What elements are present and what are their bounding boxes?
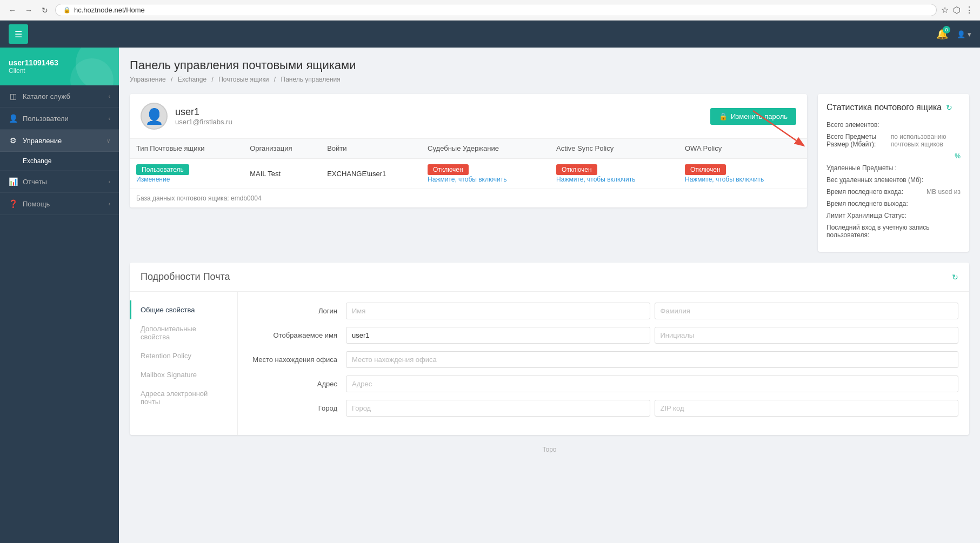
reports-icon: 📊 <box>9 177 17 186</box>
mailbox-table: Тип Почтовые ящики Организация Войти Суд… <box>130 139 807 189</box>
details-nav-retention[interactable]: Retention Policy <box>130 346 237 365</box>
menu-button[interactable]: ⋮ <box>965 5 974 15</box>
sidebar-users-label: Пользователи <box>23 115 69 123</box>
mailbox-table-wrapper: Тип Почтовые ящики Организация Войти Суд… <box>130 139 807 207</box>
cell-owa: Отключен Нажмите, чтобы включить <box>678 158 807 189</box>
change-password-button[interactable]: 🔒 Изменить пароль <box>710 108 796 125</box>
panels-row: 👤 user1 user1@firstlabs.ru 🔒 Изменить па… <box>130 94 969 263</box>
type-badge: Пользователь <box>136 164 189 175</box>
user-details: user1 user1@firstlabs.ru <box>175 106 232 126</box>
sidebar-item-users[interactable]: 👤 Пользователи ‹ <box>0 108 119 130</box>
activesync-enable-link[interactable]: Нажмите, чтобы включить <box>556 176 635 183</box>
cell-org: MAIL Test <box>243 158 321 189</box>
table-row: Пользователь Изменение MAIL Test EXCHANG… <box>130 158 807 189</box>
address-bar[interactable]: 🔒 hc.hoztnode.net/Home <box>55 4 937 16</box>
stats-refresh-icon[interactable]: ↻ <box>946 103 952 112</box>
details-refresh-icon[interactable]: ↻ <box>952 273 958 281</box>
owa-enable-link[interactable]: Нажмите, чтобы включить <box>685 176 764 183</box>
stats-value-5: MB used из <box>926 188 961 196</box>
form-label-login: Логин <box>249 307 346 315</box>
sidebar: user11091463 Client ◫ Каталог служб ‹ 👤 … <box>0 48 119 543</box>
stats-label-2: Всего Предметы Размер (Мбайт): <box>826 133 891 148</box>
breadcrumb-exchange: Exchange <box>178 76 206 83</box>
url-text: hc.hoztnode.net/Home <box>74 6 145 14</box>
input-firstname[interactable] <box>346 303 650 319</box>
input-address[interactable] <box>346 376 958 392</box>
stats-row-percent: % <box>826 152 961 160</box>
details-title: Подробности Почта ↻ <box>130 263 969 292</box>
exchange-sub-label: Exchange <box>23 157 51 165</box>
form-inputs-office <box>346 351 958 368</box>
breadcrumb-panel: Панель управления <box>281 76 341 83</box>
back-button[interactable]: ← <box>6 4 18 16</box>
help-icon: ❓ <box>9 199 17 208</box>
form-inputs-address <box>346 376 958 392</box>
user-card: 👤 user1 user1@firstlabs.ru 🔒 Изменить па… <box>130 94 807 207</box>
litigation-enable-link[interactable]: Нажмите, чтобы включить <box>428 176 506 183</box>
change-link[interactable]: Изменение <box>136 176 170 183</box>
input-lastname[interactable] <box>655 303 959 319</box>
cell-activesync: Отключен Нажмите, чтобы включить <box>550 158 678 189</box>
th-type: Тип Почтовые ящики <box>130 139 243 158</box>
stats-row-4: Вес удаленных элементов (Мб): <box>826 176 961 184</box>
dropdown-arrow-icon: ▾ <box>968 30 971 38</box>
users-icon: 👤 <box>9 114 17 123</box>
user-info-row: 👤 user1 user1@firstlabs.ru 🔒 Изменить па… <box>130 94 807 139</box>
catalog-icon: ◫ <box>9 92 17 100</box>
form-inputs-city <box>346 400 958 417</box>
sidebar-item-manage[interactable]: ⚙ Управление ∨ <box>0 130 119 152</box>
page-title: Панель управления почтовыми ящиками <box>130 58 969 72</box>
form-label-office: Место нахождения офиса <box>249 356 346 364</box>
stats-rows: Всего элементов: Всего Предметы Размер (… <box>826 121 961 239</box>
input-city[interactable] <box>346 400 650 417</box>
input-displayname[interactable] <box>346 327 650 344</box>
stats-title: Статистика почтового ящика ↻ <box>826 103 961 112</box>
sidebar-item-catalog[interactable]: ◫ Каталог служб ‹ <box>0 85 119 108</box>
form-inputs-login <box>346 303 958 319</box>
details-nav-email-addresses[interactable]: Адреса электронной почты <box>130 384 237 411</box>
th-org: Организация <box>243 139 321 158</box>
hamburger-icon: ☰ <box>15 29 22 39</box>
user-info-left: 👤 user1 user1@firstlabs.ru <box>141 103 232 130</box>
form-row-address: Адрес <box>249 376 958 392</box>
sidebar-item-help[interactable]: ❓ Помощь ‹ <box>0 193 119 215</box>
details-sidebar: Общие свойства Дополнительные свойства R… <box>130 292 238 435</box>
main-panel: 👤 user1 user1@firstlabs.ru 🔒 Изменить па… <box>130 94 807 263</box>
forward-button[interactable]: → <box>23 4 35 16</box>
stats-label-1: Всего элементов: <box>826 121 879 129</box>
user-email: user1@firstlabs.ru <box>175 118 232 126</box>
user-menu-button[interactable]: 👤 ▾ <box>957 30 971 38</box>
details-nav-additional[interactable]: Дополнительные свойства <box>130 319 237 346</box>
input-initials[interactable] <box>655 327 959 344</box>
refresh-button[interactable]: ↻ <box>39 4 51 16</box>
manage-icon: ⚙ <box>9 136 17 145</box>
sidebar-item-exchange[interactable]: Exchange <box>0 152 119 171</box>
owa-badge: Отключен <box>685 164 726 175</box>
notifications-button[interactable]: 🔔 0 <box>936 28 948 40</box>
sidebar-catalog-label: Каталог служб <box>23 92 70 100</box>
users-arrow-icon: ‹ <box>109 116 110 122</box>
stats-row-8: Последний вход в учетную запись пользова… <box>826 224 961 239</box>
extension-button[interactable]: ⬡ <box>953 5 961 15</box>
details-nav-signature[interactable]: Mailbox Signature <box>130 365 237 384</box>
th-login: Войти <box>321 139 421 158</box>
sidebar-user-info: user11091463 Client <box>0 48 119 85</box>
form-label-city: Город <box>249 404 346 412</box>
form-label-address: Адрес <box>249 380 346 388</box>
star-button[interactable]: ☆ <box>941 5 949 15</box>
stats-title-text: Статистика почтового ящика <box>826 103 942 112</box>
stats-panel: Статистика почтового ящика ↻ Всего элеме… <box>818 94 969 252</box>
stats-row-5: Время последнего входа: MB used из <box>826 188 961 196</box>
table-header-row: Тип Почтовые ящики Организация Войти Суд… <box>130 139 807 158</box>
sidebar-item-reports[interactable]: 📊 Отчеты ‹ <box>0 171 119 193</box>
input-office[interactable] <box>346 351 958 368</box>
stats-value-2: по использованию почтовых ящиков <box>891 133 961 148</box>
hamburger-button[interactable]: ☰ <box>9 24 28 44</box>
sidebar-role: Client <box>9 67 110 75</box>
litigation-badge: Отключен <box>428 164 469 175</box>
details-nav-general[interactable]: Общие свойства <box>130 300 237 319</box>
user-avatar: 👤 <box>141 103 168 130</box>
input-zip[interactable] <box>655 400 959 417</box>
change-password-label: Изменить пароль <box>731 112 788 120</box>
th-activesync: Active Sync Policy <box>550 139 678 158</box>
